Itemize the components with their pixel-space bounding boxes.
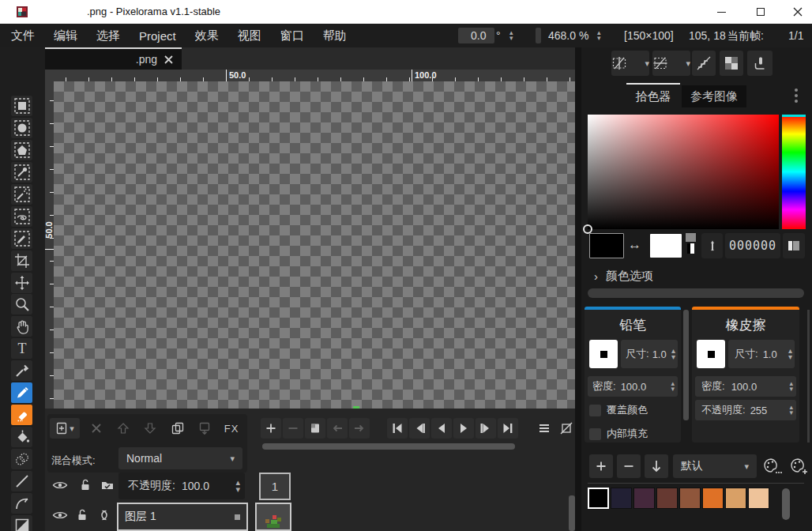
tool-bucket[interactable] [11, 427, 32, 447]
rotation-spinner[interactable]: ▴▾ [509, 30, 513, 41]
timeline-settings-button[interactable] [534, 418, 554, 439]
palette-swatch-3[interactable] [633, 488, 655, 509]
zoom-spinner[interactable]: ▴▾ [597, 30, 601, 41]
layer-name-field[interactable]: 图层 1 [117, 503, 248, 531]
alpha-lock-button[interactable] [720, 51, 743, 76]
add-frame-button[interactable] [261, 418, 281, 439]
layer-opacity-spinbox[interactable]: 不透明度: 100.0 ▴▾ [118, 473, 245, 499]
tab-color-picker[interactable]: 拾色器 [626, 85, 680, 107]
color-mode-button[interactable] [783, 233, 805, 258]
color-panel-scrollbar[interactable] [588, 288, 804, 298]
opacity-spinner[interactable]: ▴▾ [235, 479, 240, 493]
zoom-value[interactable]: 468.0 % [548, 29, 588, 42]
move-frame-left-button[interactable] [327, 418, 348, 439]
remove-layer-button[interactable] [86, 418, 107, 439]
tool-rectangle-select[interactable] [11, 96, 32, 116]
move-frame-right-button[interactable] [349, 418, 370, 439]
minimize-button[interactable] [703, 0, 739, 24]
previous-frame-button[interactable] [409, 418, 430, 439]
frame-1-header-button[interactable]: 1 [259, 473, 291, 500]
tool-zoom[interactable] [11, 294, 32, 314]
lock-all-layers-button[interactable] [75, 475, 96, 495]
hue-cursor[interactable] [782, 115, 806, 117]
palette-select-dropdown[interactable]: 默认 ▾ [673, 454, 757, 478]
tool-lasso[interactable] [11, 206, 32, 227]
brush-dynamics-button[interactable] [747, 51, 773, 76]
move-layer-up-button[interactable] [113, 418, 133, 439]
cel-thumbnail[interactable] [255, 503, 291, 531]
menu-select[interactable]: 选择 [96, 28, 120, 43]
eraser-size-spinner[interactable]: ▴▾ [788, 348, 792, 360]
menu-edit[interactable]: 编辑 [54, 28, 77, 43]
pencil-size-spinner[interactable]: ▴▾ [671, 348, 675, 360]
zoom-slider-fill[interactable] [536, 28, 541, 43]
edit-palette-button[interactable] [761, 454, 784, 478]
close-button[interactable] [780, 0, 812, 24]
hex-color-input[interactable]: 000000 [725, 233, 780, 258]
menu-project[interactable]: Project [139, 29, 176, 43]
tool-pan[interactable] [11, 316, 32, 337]
tool-options-scrollbar[interactable] [683, 310, 689, 420]
menu-help[interactable]: 帮助 [323, 28, 347, 43]
layer-lock-button[interactable] [72, 505, 92, 525]
rotation-value[interactable]: 0.0 [471, 29, 486, 42]
right-edge-scrollbar[interactable] [807, 310, 810, 442]
toggle-all-visibility-button[interactable] [50, 475, 70, 495]
blend-mode-dropdown[interactable]: Normal ▾ [118, 447, 242, 469]
tool-color-picker[interactable] [11, 360, 32, 381]
tool-line[interactable] [11, 471, 32, 491]
play-button[interactable] [453, 418, 474, 439]
tab-reference-images[interactable]: 参考图像 [682, 85, 746, 107]
screen-color-picker-button[interactable] [701, 233, 723, 258]
eraser-density-spinner[interactable]: ▴▾ [789, 381, 793, 392]
mirror-vertical-button[interactable]: ▾ [611, 51, 649, 76]
mirror-horizontal-button[interactable]: ▾ [652, 51, 690, 76]
layer-visibility-button[interactable] [50, 505, 70, 525]
tool-move[interactable] [11, 273, 32, 293]
palette-swatch-6[interactable] [702, 488, 724, 509]
swap-colors-button[interactable]: ↔ [628, 237, 641, 253]
menu-view[interactable]: 视图 [238, 28, 261, 43]
palette-swatch-4[interactable] [656, 488, 678, 509]
tool-rectangle-shape[interactable] [11, 515, 32, 531]
reset-colors-button[interactable] [686, 233, 696, 242]
tool-ellipse-select[interactable] [11, 118, 32, 138]
menu-effects[interactable]: 效果 [195, 28, 219, 43]
sort-palette-button[interactable] [645, 454, 668, 478]
tool-magic-wand[interactable] [11, 184, 32, 205]
pencil-size-spinbox[interactable]: 尺寸: 1.0 ▴▾ [621, 340, 678, 368]
timeline-v-scrollbar[interactable] [569, 495, 575, 531]
go-to-last-frame-button[interactable] [498, 418, 518, 439]
tool-curve[interactable] [11, 493, 32, 514]
horizontal-ruler[interactable]: 50.0 100.0 [54, 70, 575, 81]
remove-frame-button[interactable] [283, 418, 303, 439]
color-options-expander[interactable]: › 颜色选项 [594, 269, 653, 284]
drawing-canvas[interactable] [54, 81, 575, 409]
overwrite-color-checkbox[interactable]: 覆盖颜色 [589, 403, 648, 417]
eraser-density-spinbox[interactable]: 密度: 100.0 ▴▾ [695, 376, 796, 397]
vertical-ruler[interactable]: 50.0 [45, 81, 54, 409]
secondary-color-swatch[interactable] [650, 234, 682, 258]
merge-layer-button[interactable] [194, 418, 215, 439]
tool-polygon-select[interactable] [11, 140, 32, 160]
menu-window[interactable]: 窗口 [280, 28, 304, 43]
link-cels-button[interactable] [97, 475, 118, 495]
tab-close-icon[interactable] [164, 55, 174, 65]
add-layer-button[interactable]: ▾ [50, 418, 80, 439]
clone-layer-button[interactable] [167, 418, 188, 439]
palette-scrollbar[interactable] [782, 488, 790, 520]
mirror-vertical-dropdown-icon[interactable]: ▾ [645, 58, 649, 69]
palette-swatch-1[interactable] [588, 488, 609, 509]
tool-color-select[interactable] [11, 162, 32, 183]
pencil-density-spinner[interactable]: ▴▾ [671, 381, 675, 392]
tool-shading[interactable] [11, 449, 32, 469]
eraser-brush-button[interactable] [697, 340, 725, 368]
timeline-h-scrollbar[interactable] [262, 443, 515, 450]
pencil-density-spinbox[interactable]: 密度: 100.0 ▴▾ [588, 376, 678, 397]
add-layer-dropdown-icon[interactable]: ▾ [70, 424, 74, 434]
onion-skinning-button[interactable] [556, 418, 577, 439]
tool-paint-select[interactable] [11, 228, 32, 249]
tool-crop[interactable] [11, 250, 32, 271]
menu-file[interactable]: 文件 [11, 28, 35, 43]
eraser-opacity-spinner[interactable]: ▴▾ [789, 405, 793, 416]
